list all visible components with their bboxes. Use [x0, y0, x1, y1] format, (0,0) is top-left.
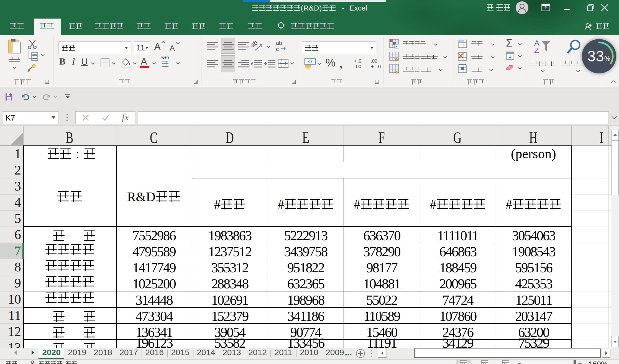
svg-text:.0: .0 — [357, 58, 361, 64]
svg-text:.00: .00 — [355, 64, 361, 69]
svg-text:≠: ≠ — [395, 45, 397, 49]
svg-text:.00: .00 — [371, 58, 377, 64]
svg-text:.0: .0 — [377, 64, 381, 69]
svg-text:ab: ab — [276, 40, 282, 46]
svg-text:c: c — [276, 46, 279, 52]
